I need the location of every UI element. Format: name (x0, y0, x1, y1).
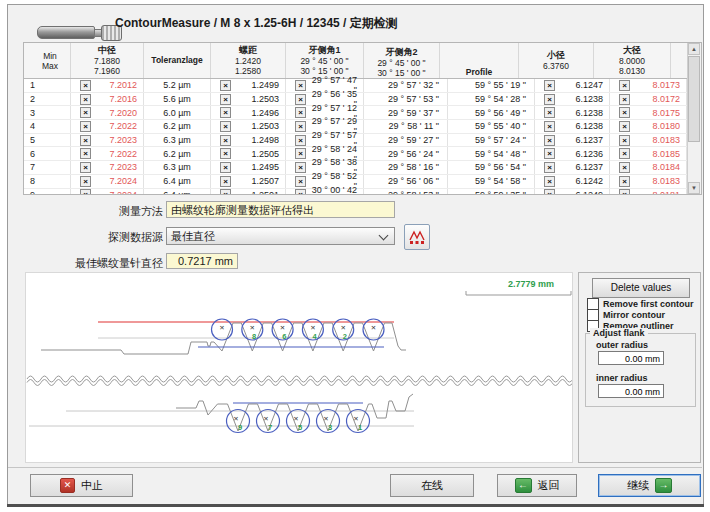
checked-checkbox-icon[interactable] (544, 189, 555, 194)
outer-radius-input[interactable]: 0.00 mm (598, 351, 664, 365)
title-bar: ContourMeasure / M 8 x 1.25-6H / 12345 /… (10, 8, 700, 38)
mid-diameter-value: 7.2024 (91, 176, 143, 186)
checked-checkbox-icon[interactable] (619, 107, 630, 118)
checked-checkbox-icon[interactable] (619, 176, 630, 187)
probe-source-dropdown[interactable]: 最佳直径 (166, 227, 395, 245)
checked-checkbox-icon[interactable] (80, 135, 91, 146)
checked-checkbox-icon[interactable] (295, 94, 306, 105)
checked-checkbox-icon[interactable] (544, 107, 555, 118)
flank-angle-2-value: 29 ° 56 ' 06 " (364, 175, 448, 188)
major-diameter-value: 8.0184 (630, 162, 686, 172)
lower-measuring-pins: ✕ ✕ ✕ ✕ ✕ 9 7 5 3 1 (227, 410, 370, 433)
pin-number: 8 (252, 332, 256, 341)
header-major-diameter: 大径 8.0000 8.0130 (594, 43, 671, 78)
pin-cross-mark: ✕ (219, 324, 224, 331)
minor-diameter-value: 6.1238 (555, 121, 609, 131)
checked-checkbox-icon[interactable] (544, 148, 555, 159)
profile-value: 59 ° 55 ' 19 " (448, 79, 535, 92)
checked-checkbox-icon[interactable] (619, 121, 630, 132)
method-field[interactable]: 由螺纹轮廓测量数据评估得出 (166, 201, 395, 218)
scroll-down-icon[interactable]: ▼ (688, 182, 700, 194)
scroll-up-icon[interactable]: ▲ (688, 43, 700, 55)
checked-checkbox-icon[interactable] (295, 176, 306, 187)
checked-checkbox-icon[interactable] (619, 189, 630, 194)
checked-checkbox-icon[interactable] (295, 162, 306, 173)
next-arrow-icon: → (655, 478, 672, 493)
minor-diameter-value: 6.1236 (555, 149, 609, 159)
pin-number: 6 (282, 332, 286, 341)
pitch-value: 1.2503 (231, 121, 285, 131)
abort-button[interactable]: ✕ 中止 (30, 474, 133, 497)
thread-gauge-icon (37, 23, 127, 39)
online-button[interactable]: 在线 (390, 474, 474, 497)
checked-checkbox-icon[interactable] (544, 80, 555, 91)
checked-checkbox-icon[interactable] (544, 135, 555, 146)
checked-checkbox-icon[interactable] (619, 148, 630, 159)
checked-checkbox-icon[interactable] (220, 148, 231, 159)
pin-number: 3 (328, 423, 332, 432)
checked-checkbox-icon[interactable] (544, 176, 555, 187)
checked-checkbox-icon[interactable] (619, 80, 630, 91)
table-row[interactable]: 9 7.2024 6.4 µm 1.2501 30 ° 00 ' 42 " 29… (24, 189, 687, 195)
delete-values-button[interactable]: Delete values (592, 278, 690, 298)
checked-checkbox-icon[interactable] (295, 189, 306, 194)
tolerance-value: 6.3 µm (144, 134, 211, 147)
checked-checkbox-icon[interactable] (544, 94, 555, 105)
checked-checkbox-icon[interactable] (80, 189, 91, 194)
minor-diameter-value: 6.1249 (555, 190, 609, 194)
checked-checkbox-icon[interactable] (295, 135, 306, 146)
pin-number: 1 (358, 423, 362, 432)
back-arrow-icon: ← (515, 478, 532, 493)
tolerance-value: 6.4 µm (144, 189, 211, 195)
profile-value: 59 ° 54 ' 58 " (448, 175, 535, 188)
pitch-value: 1.2496 (231, 108, 285, 118)
pin-cross-mark: ✕ (233, 415, 238, 422)
back-button[interactable]: ← 返回 (497, 474, 577, 497)
checked-checkbox-icon[interactable] (295, 80, 306, 91)
tolerance-value: 6.2 µm (144, 120, 211, 133)
tolerance-value: 6.3 µm (144, 161, 211, 174)
inner-radius-input[interactable]: 0.00 mm (598, 384, 664, 398)
pin-cross-mark: ✕ (323, 415, 328, 422)
row-number: 3 (24, 106, 71, 119)
thread-wire-tool-button[interactable] (404, 224, 430, 250)
scrollbar-thumb[interactable] (688, 56, 700, 142)
checked-checkbox-icon[interactable] (80, 148, 91, 159)
checked-checkbox-icon[interactable] (80, 94, 91, 105)
row-number: 2 (24, 93, 71, 106)
abort-label: 中止 (81, 478, 103, 493)
checked-checkbox-icon[interactable] (619, 162, 630, 173)
checked-checkbox-icon[interactable] (80, 121, 91, 132)
checked-checkbox-icon[interactable] (220, 189, 231, 194)
table-scrollbar[interactable]: ▲ ▼ (687, 43, 701, 194)
checked-checkbox-icon[interactable] (619, 135, 630, 146)
checked-checkbox-icon[interactable] (80, 80, 91, 91)
checked-checkbox-icon[interactable] (220, 135, 231, 146)
checked-checkbox-icon[interactable] (619, 94, 630, 105)
checked-checkbox-icon[interactable] (220, 107, 231, 118)
mid-diameter-value: 7.2020 (91, 108, 143, 118)
minor-diameter-value: 6.1242 (555, 176, 609, 186)
checked-checkbox-icon[interactable] (220, 80, 231, 91)
checked-checkbox-icon[interactable] (295, 107, 306, 118)
checked-checkbox-icon[interactable] (544, 121, 555, 132)
next-button[interactable]: 继续 → (598, 474, 701, 497)
checked-checkbox-icon[interactable] (80, 107, 91, 118)
dimension-label: 2.7779 mm (508, 279, 554, 289)
wire-diameter-field[interactable]: 0.7217 mm (166, 253, 238, 269)
checked-checkbox-icon[interactable] (220, 176, 231, 187)
checked-checkbox-icon[interactable] (220, 162, 231, 173)
mid-diameter-value: 7.2022 (91, 149, 143, 159)
checked-checkbox-icon[interactable] (295, 121, 306, 132)
contour-options-panel: Delete values Remove first contour Mirro… (578, 272, 701, 463)
checked-checkbox-icon[interactable] (295, 148, 306, 159)
checked-checkbox-icon[interactable] (220, 121, 231, 132)
checked-checkbox-icon[interactable] (80, 176, 91, 187)
checked-checkbox-icon[interactable] (220, 94, 231, 105)
checked-checkbox-icon[interactable] (80, 162, 91, 173)
major-diameter-value: 8.0181 (630, 190, 686, 194)
checked-checkbox-icon[interactable] (544, 162, 555, 173)
profile-value: 59 ° 54 ' 28 " (448, 93, 535, 106)
mid-diameter-value: 7.2023 (91, 135, 143, 145)
abort-x-icon: ✕ (60, 478, 75, 493)
